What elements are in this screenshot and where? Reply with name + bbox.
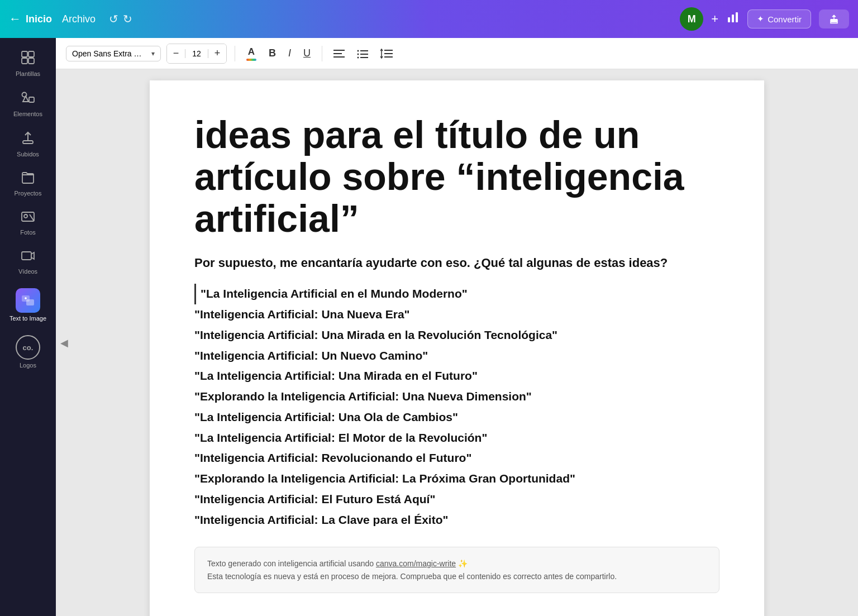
top-bar: ← Inicio Archivo ↺ ↻ M + ✦ Convertir bbox=[0, 0, 858, 38]
plus-button[interactable]: + bbox=[711, 12, 718, 26]
sidebar-item-proyectos[interactable]: Proyectos bbox=[3, 165, 53, 202]
list-item: "Inteligencia Artificial: La Clave para … bbox=[194, 510, 719, 531]
canvas-area[interactable]: ideas para el título de un artículo sobr… bbox=[56, 69, 858, 616]
ai-notice: Texto generado con inteligencia artifici… bbox=[194, 547, 719, 593]
archivo-label[interactable]: Archivo bbox=[62, 13, 96, 25]
svg-rect-5 bbox=[22, 51, 27, 57]
plantillas-label: Plantillas bbox=[16, 70, 40, 77]
list-icon bbox=[357, 49, 368, 59]
fotos-label: Fotos bbox=[20, 229, 36, 236]
list-item: "Explorando la Inteligencia Artificial: … bbox=[194, 386, 719, 407]
divider-1 bbox=[235, 46, 235, 61]
size-control: − + bbox=[166, 44, 227, 64]
svg-point-20 bbox=[358, 50, 359, 51]
list-item: "Inteligencia Artificial: Una Nueva Era" bbox=[194, 304, 719, 325]
list-item: "Inteligencia Artificial: Revolucionando… bbox=[194, 448, 719, 469]
ai-notice-disclaimer: Esta tecnología es nueva y está en proce… bbox=[207, 572, 617, 581]
font-color-A-icon: A bbox=[248, 46, 255, 58]
page-document: ideas para el título de un artículo sobr… bbox=[150, 80, 764, 616]
convert-icon: ✦ bbox=[757, 14, 764, 24]
divider-2 bbox=[322, 46, 322, 61]
font-color-underline bbox=[246, 59, 256, 61]
subidos-icon bbox=[21, 131, 35, 149]
svg-rect-9 bbox=[29, 97, 34, 102]
inicio-label[interactable]: Inicio bbox=[26, 13, 52, 25]
list-item: "La Inteligencia Artificial: Una Mirada … bbox=[194, 366, 719, 386]
list-item: "La Inteligencia Artificial en el Mundo … bbox=[194, 284, 719, 304]
scroll-left-arrow[interactable]: ◀ bbox=[60, 337, 68, 349]
line-height-icon bbox=[380, 49, 393, 59]
convert-button[interactable]: ✦ Convertir bbox=[747, 9, 811, 28]
font-select[interactable]: Open Sans Extra … ▾ bbox=[66, 46, 161, 61]
align-button[interactable] bbox=[330, 46, 348, 61]
svg-rect-8 bbox=[28, 58, 34, 64]
svg-rect-6 bbox=[28, 51, 34, 57]
sidebar-item-text-to-image[interactable]: Text to Image bbox=[3, 283, 53, 327]
underline-button[interactable]: U bbox=[300, 45, 314, 61]
ai-notice-text: Texto generado con inteligencia artifici… bbox=[207, 559, 376, 568]
page-subtitle: Por supuesto, me encantaría ayudarte con… bbox=[194, 256, 719, 270]
font-size-input[interactable] bbox=[185, 49, 208, 58]
proyectos-label: Proyectos bbox=[15, 190, 42, 197]
list-item: "Inteligencia Artificial: Una Mirada en … bbox=[194, 325, 719, 346]
subidos-label: Subidos bbox=[17, 151, 39, 157]
sidebar: Plantillas Elementos Subidos bbox=[0, 38, 56, 616]
content-wrapper: Open Sans Extra … ▾ − + A B I U bbox=[56, 38, 858, 616]
chart-button[interactable] bbox=[726, 11, 740, 27]
list-item: "Explorando la Inteligencia Artificial: … bbox=[194, 469, 719, 489]
avatar-button[interactable]: M bbox=[680, 7, 703, 31]
font-color-button[interactable]: A bbox=[243, 44, 260, 63]
sidebar-item-subidos[interactable]: Subidos bbox=[3, 125, 53, 163]
plantillas-icon bbox=[21, 50, 35, 68]
align-icon bbox=[333, 49, 345, 59]
fotos-icon bbox=[21, 210, 35, 227]
svg-rect-14 bbox=[22, 252, 31, 260]
sidebar-item-logos[interactable]: co. Logos bbox=[3, 330, 53, 374]
page-title: ideas para el título de un artículo sobr… bbox=[194, 114, 719, 239]
font-name: Open Sans Extra … bbox=[72, 49, 148, 58]
svg-point-10 bbox=[22, 93, 27, 97]
font-chevron-icon: ▾ bbox=[151, 50, 155, 58]
back-button[interactable]: ← bbox=[9, 12, 21, 26]
list-item: "Inteligencia Artificial: Un Nuevo Camin… bbox=[194, 346, 719, 366]
list-button[interactable] bbox=[354, 46, 371, 61]
convert-label: Convertir bbox=[768, 15, 802, 24]
logos-icon: co. bbox=[16, 335, 40, 360]
svg-rect-2 bbox=[736, 12, 738, 22]
svg-rect-11 bbox=[23, 141, 33, 144]
top-bar-right: M + ✦ Convertir bbox=[680, 7, 849, 31]
logos-label: Logos bbox=[20, 362, 36, 369]
sidebar-item-plantillas[interactable]: Plantillas bbox=[3, 45, 53, 83]
videos-icon bbox=[21, 249, 35, 266]
page-list: "La Inteligencia Artificial en el Mundo … bbox=[194, 284, 719, 530]
elementos-icon bbox=[20, 90, 36, 108]
toolbar: Open Sans Extra … ▾ − + A B I U bbox=[56, 38, 858, 69]
increase-size-button[interactable]: + bbox=[208, 44, 226, 63]
ai-notice-link[interactable]: canva.com/magic-write bbox=[376, 559, 456, 568]
list-item: "Inteligencia Artificial: El Futuro Está… bbox=[194, 489, 719, 510]
back-icon: ← bbox=[9, 12, 21, 26]
videos-label: Vídeos bbox=[18, 268, 37, 275]
sidebar-item-elementos[interactable]: Elementos bbox=[3, 85, 53, 123]
line-height-button[interactable] bbox=[377, 46, 396, 61]
sidebar-item-videos[interactable]: Vídeos bbox=[3, 243, 53, 280]
svg-point-13 bbox=[24, 214, 27, 218]
share-icon bbox=[829, 14, 839, 24]
svg-point-22 bbox=[358, 53, 359, 55]
share-button[interactable] bbox=[819, 9, 849, 28]
italic-button[interactable]: I bbox=[285, 45, 294, 61]
list-item: "La Inteligencia Artificial: Una Ola de … bbox=[194, 407, 719, 428]
list-item: "La Inteligencia Artificial: El Motor de… bbox=[194, 428, 719, 448]
text-to-image-label: Text to Image bbox=[9, 315, 46, 322]
undo-button[interactable]: ↺ bbox=[109, 12, 118, 26]
svg-rect-0 bbox=[728, 17, 730, 22]
redo-button[interactable]: ↻ bbox=[123, 12, 132, 26]
svg-rect-7 bbox=[22, 58, 27, 64]
svg-point-24 bbox=[358, 56, 359, 58]
chart-icon bbox=[726, 11, 740, 24]
bold-button[interactable]: B bbox=[265, 45, 279, 61]
sidebar-item-fotos[interactable]: Fotos bbox=[3, 204, 53, 241]
top-bar-left: ← Inicio Archivo ↺ ↻ bbox=[9, 12, 132, 26]
text-to-image-icon bbox=[16, 288, 40, 313]
decrease-size-button[interactable]: − bbox=[167, 44, 185, 63]
